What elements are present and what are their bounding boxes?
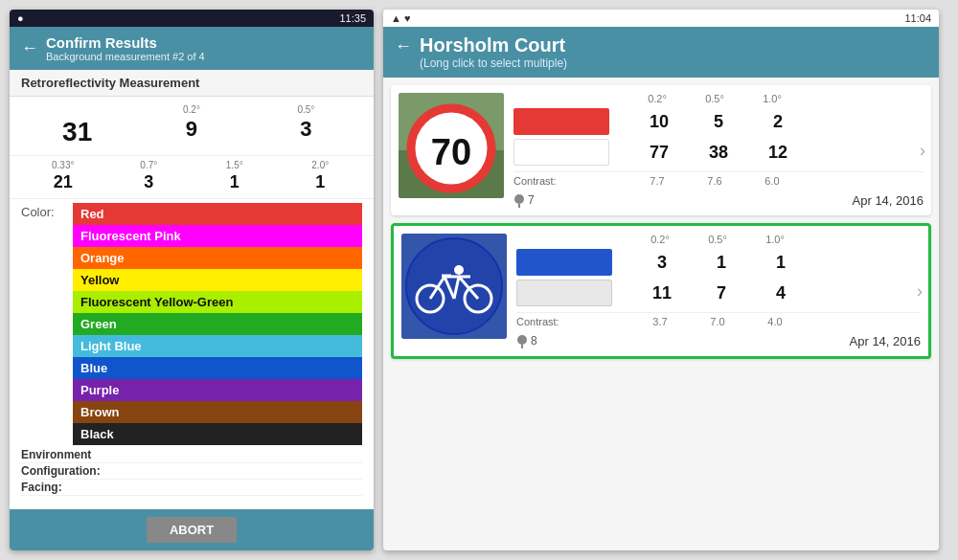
meas-val-3: 3 (250, 117, 362, 147)
confirm-results-title: Confirm Results (46, 34, 205, 51)
sign-footer-1: 7 Apr 14, 2016 (513, 192, 924, 208)
contrast-val-2-0: 3.7 (631, 316, 689, 327)
angle-header-05: 0.5° (250, 104, 362, 115)
pin-svg-2 (516, 333, 528, 348)
contrast-val-1-0: 7.7 (628, 175, 686, 187)
color-option-brown[interactable]: Brown (73, 401, 362, 423)
swatch-red-1 (513, 108, 609, 135)
meas-val-3b: 3 (107, 172, 192, 192)
sign-angle-headers-1: 0.2° 0.5° 1.0° (513, 93, 924, 104)
sign-date-2: Apr 14, 2016 (850, 334, 921, 348)
contrast-val-1-2: 6.0 (743, 175, 801, 187)
sign-footer-2: 8 Apr 14, 2016 (516, 333, 921, 348)
sign-meas-row-2a: 3 1 1 (516, 249, 921, 276)
chevron-right-2: › (917, 281, 923, 302)
retroreflectivity-title: Retroreflectivity Measurement (10, 70, 374, 97)
confirm-results-subtitle: Background measurement #2 of 4 (46, 51, 205, 62)
abort-button[interactable]: ABORT (147, 517, 237, 543)
right-panel: ▲ ♥ 11:04 ← Horsholm Court (Long click t… (383, 10, 939, 550)
sign-card-1[interactable]: 70 0.2° 0.5° 1.0° 10 5 2 7 (391, 85, 931, 215)
swatch-white-1 (513, 139, 609, 166)
sign-angle-headers-2: 0.2° 0.5° 1.0° (516, 234, 921, 245)
swatch-lightgray-2 (516, 280, 612, 306)
angle-header-02: 0.2° (135, 104, 247, 115)
env-row-config: Configuration: (21, 463, 362, 480)
sign-card-2[interactable]: 0.2° 0.5° 1.0° 3 1 1 11 7 4 Con (391, 223, 931, 359)
angle-15: 1.5° (193, 160, 277, 170)
measurement-grid-top: 0.2° 0.5° 31 9 3 (10, 97, 374, 156)
color-option-black[interactable]: Black (73, 423, 362, 445)
sign-data-2: 0.2° 0.5° 1.0° 3 1 1 11 7 4 Con (516, 234, 921, 348)
left-time: 11:35 (339, 12, 366, 24)
sign-list: 70 0.2° 0.5° 1.0° 10 5 2 7 (383, 78, 939, 550)
back-button-right[interactable]: ← (395, 36, 412, 56)
sign-image-2 (401, 234, 507, 339)
color-option-yellow[interactable]: Yellow (73, 269, 362, 291)
color-dropdown-list[interactable]: Red Fluorescent Pink Orange Yellow Fluor… (73, 203, 362, 445)
contrast-label-2: Contrast: (516, 316, 631, 327)
sign-val-2b-1: 7 (693, 283, 750, 303)
sign-val-1b-1: 38 (690, 143, 747, 163)
sign-meas-row-1b: 77 38 12 (513, 139, 924, 166)
color-option-fyg[interactable]: Fluorescent Yellow-Green (73, 291, 362, 313)
bike-sign-svg (401, 234, 507, 339)
header-right-text: Horsholm Court (Long click to select mul… (420, 34, 567, 70)
env-section: Environment Configuration: Facing: (10, 445, 374, 509)
svg-point-14 (517, 335, 527, 345)
contrast-val-2-2: 4.0 (746, 316, 804, 327)
sign-val-1a-1: 5 (690, 112, 747, 132)
sign-val-2a-0: 3 (633, 253, 691, 273)
speed-sign-svg: 70 (399, 93, 504, 198)
color-option-green[interactable]: Green (73, 313, 362, 335)
status-bar-left: ● 11:35 (10, 10, 374, 27)
meas-val-21: 21 (21, 172, 105, 192)
sign-data-1: 0.2° 0.5° 1.0° 10 5 2 77 38 12 (513, 93, 924, 208)
header-right: ← Horsholm Court (Long click to select m… (383, 27, 939, 78)
pin-icon-1: 7 (513, 192, 535, 208)
color-option-orange[interactable]: Orange (73, 247, 362, 269)
sign-val-2b-0: 11 (633, 283, 691, 303)
angle-033: 0.33° (21, 160, 105, 170)
header-left: ← Confirm Results Background measurement… (10, 27, 374, 70)
color-label: Color: (21, 203, 69, 219)
back-button-left[interactable]: ← (21, 38, 38, 58)
meas-val-31: 31 (21, 117, 133, 147)
meas-val-1a: 1 (193, 172, 277, 192)
color-option-red[interactable]: Red (73, 203, 362, 225)
svg-text:70: 70 (431, 132, 471, 172)
sign-date-1: Apr 14, 2016 (853, 193, 924, 208)
contrast-val-1-1: 7.6 (686, 175, 743, 187)
color-option-fpink[interactable]: Fluorescent Pink (73, 225, 362, 247)
sign-val-1b-2: 12 (749, 143, 807, 163)
right-time: 11:04 (904, 12, 931, 24)
status-bar-right: ▲ ♥ 11:04 (383, 10, 939, 27)
pin-svg-1 (513, 192, 525, 208)
contrast-val-2-1: 7.0 (689, 316, 746, 327)
bottom-bar-left: ABORT (10, 509, 374, 550)
color-option-lightblue[interactable]: Light Blue (73, 335, 362, 357)
color-option-blue[interactable]: Blue (73, 357, 362, 379)
sign-val-1a-0: 10 (630, 112, 688, 132)
swatch-blue-2 (516, 249, 612, 276)
contrast-label-1: Contrast: (513, 175, 628, 187)
sign-meas-row-2b: 11 7 4 (516, 280, 921, 306)
sign-meas-row-1a: 10 5 2 (513, 108, 924, 135)
location-title: Horsholm Court (420, 34, 567, 56)
left-panel: ● 11:35 ← Confirm Results Background mea… (10, 10, 374, 550)
env-row-facing: Facing: (21, 480, 362, 496)
angle-header-blank (21, 104, 133, 115)
measurement-grid-bottom: 0.33° 0.7° 1.5° 2.0° 21 3 1 1 (10, 156, 374, 199)
sign-image-1: 70 (399, 93, 504, 198)
color-option-purple[interactable]: Purple (73, 379, 362, 401)
svg-point-7 (406, 238, 502, 334)
sign-val-2b-2: 4 (752, 283, 810, 303)
env-row-environment: Environment (21, 447, 362, 463)
chevron-right-1: › (920, 141, 925, 161)
svg-point-4 (514, 194, 524, 204)
sign-val-1b-0: 77 (630, 143, 688, 163)
meas-val-9: 9 (135, 117, 247, 147)
location-subtitle: (Long click to select multiple) (420, 56, 567, 70)
sign-meta-1: Contrast: 7.7 7.6 6.0 (513, 171, 924, 187)
meas-val-1b: 1 (279, 172, 363, 192)
angle-20: 2.0° (279, 160, 363, 170)
